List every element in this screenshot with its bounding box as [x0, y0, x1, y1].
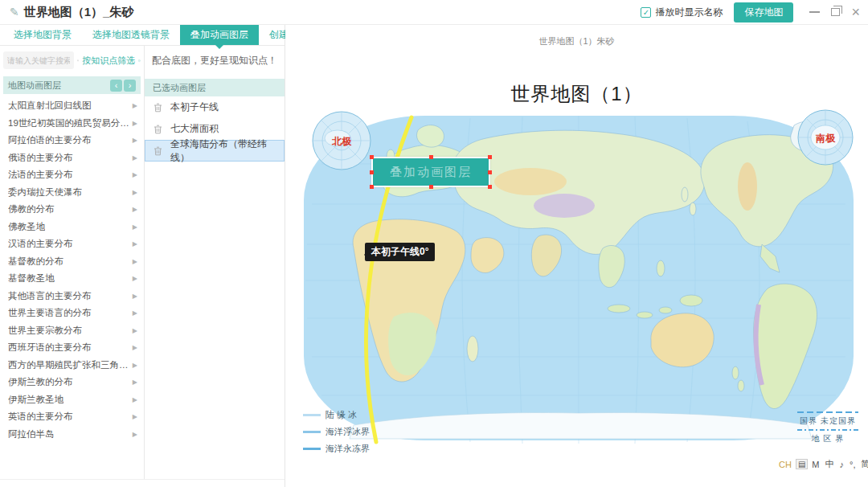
expand-arrow-icon[interactable]: ▶ [129, 309, 137, 317]
library-list-item[interactable]: 委内瑞拉天使瀑布 ▶ [0, 184, 144, 202]
expand-arrow-icon[interactable]: ▶ [129, 362, 137, 369]
show-name-checkbox[interactable]: ✓ 播放时显示名称 [641, 6, 723, 19]
ime-bar-item[interactable]: ▤ [796, 459, 808, 469]
resize-handle[interactable] [370, 170, 374, 174]
library-list-item[interactable]: 俄语的主要分布 ▶ [0, 149, 144, 167]
ime-bar-item[interactable]: CH [777, 460, 793, 469]
library-item-label: 西方的早期殖民扩张和三角贸易 [8, 359, 129, 371]
selected-layer-label: 七大洲面积 [170, 122, 219, 136]
legend-item: 海洋浮冰界 [303, 426, 370, 438]
filter-dropdown-icon[interactable] [138, 55, 141, 67]
library-list-item[interactable]: 西班牙语的主要分布 ▶ [0, 339, 144, 357]
library-list-item[interactable]: 西方的早期殖民扩张和三角贸易 ▶ [0, 357, 144, 374]
close-icon[interactable]: × [851, 6, 860, 18]
library-list-item[interactable]: 阿拉伯语的主要分布 ▶ [0, 132, 144, 149]
resize-handle[interactable] [370, 185, 374, 189]
library-list-item[interactable]: 世界主要宗教分布 ▶ [0, 322, 144, 340]
library-list-item[interactable]: 其他语言的主要分布 ▶ [0, 288, 144, 305]
tab-label: 选择地图透镜背景 [92, 28, 170, 42]
delete-layer-icon[interactable] [154, 125, 162, 134]
library-list-item[interactable]: 伊斯兰教的分布 ▶ [0, 374, 144, 391]
expand-arrow-icon[interactable]: ▶ [129, 379, 137, 386]
animation-layer-overlay-box[interactable]: 叠加动画图层 [371, 157, 490, 187]
library-list-item[interactable]: 太阳直射北回归线图 ▶ [0, 97, 144, 115]
expand-arrow-icon[interactable]: ▶ [129, 171, 137, 178]
ime-bar-item[interactable]: 简 [859, 458, 868, 470]
resize-handle[interactable] [488, 170, 492, 174]
tab[interactable]: 选择地图背景 [3, 25, 82, 45]
tab-label: 选择地图背景 [14, 28, 72, 42]
filter-by-knowledge-link[interactable]: 按知识点筛选 [82, 55, 135, 67]
hint-text: 配合底图，更好呈现知识点！ [145, 54, 285, 70]
boundary-legend-label: 国界 未定国界 [797, 415, 858, 427]
legend-label: 海洋浮冰界 [326, 426, 370, 438]
tab[interactable]: 选择地图透镜背景 [82, 25, 180, 45]
library-list-item[interactable]: 伊斯兰教圣地 ▶ [0, 391, 144, 409]
expand-arrow-icon[interactable]: ▶ [129, 396, 137, 403]
expand-arrow-icon[interactable]: ▶ [129, 102, 137, 109]
tab[interactable]: 叠加动画图层 [180, 25, 259, 45]
library-list-item[interactable]: 佛教圣地 ▶ [0, 219, 144, 236]
preview-header: 世界地图（1）朱砂 [285, 35, 868, 47]
south-pole-label: 南极 [815, 133, 836, 144]
ime-bar-item[interactable]: °, [848, 460, 857, 469]
expand-arrow-icon[interactable]: ▶ [129, 137, 137, 144]
library-list-item[interactable]: 世界主要语言的分布 ▶ [0, 305, 144, 322]
expand-arrow-icon[interactable]: ▶ [129, 344, 137, 351]
selected-layer-item[interactable]: 全球海陆分布（带经纬线） [145, 140, 285, 162]
library-list-item[interactable]: 佛教的分布 ▶ [0, 201, 144, 219]
library-list-item[interactable]: 汉语的主要分布 ▶ [0, 235, 144, 253]
ime-bar-item[interactable]: M [810, 460, 821, 469]
library-item-label: 世界主要宗教分布 [8, 325, 82, 337]
show-name-label: 播放时显示名称 [655, 6, 723, 19]
expand-arrow-icon[interactable]: ▶ [129, 413, 137, 420]
library-item-label: 委内瑞拉天使瀑布 [8, 186, 82, 198]
library-pager: ‹ › [110, 80, 136, 92]
page-next-icon[interactable]: › [124, 80, 136, 92]
resize-handle[interactable] [429, 155, 433, 159]
minimize-icon[interactable] [809, 11, 820, 13]
expand-arrow-icon[interactable]: ▶ [129, 206, 137, 213]
expand-arrow-icon[interactable]: ▶ [129, 189, 137, 196]
prime-meridian-callout: 本初子午线0° [365, 243, 435, 261]
library-list-item[interactable]: 19世纪初英国的殖民贸易分布地区路线 ▶ [0, 115, 144, 133]
selected-layer-item[interactable]: 本初子午线 [145, 96, 285, 118]
legend-line-swatch [303, 448, 321, 450]
selected-layers-list: 本初子午线 七大洲面积 [145, 96, 285, 162]
expand-arrow-icon[interactable]: ▶ [129, 327, 137, 334]
library-list-item[interactable]: 阿拉伯半岛 ▶ [0, 426, 144, 444]
resize-handle[interactable] [488, 155, 492, 159]
save-map-button[interactable]: 保存地图 [734, 2, 793, 23]
window-title: 世界地图（1）_朱砂 [24, 5, 134, 20]
expand-arrow-icon[interactable]: ▶ [129, 154, 137, 162]
delete-layer-icon[interactable] [154, 146, 162, 156]
resize-handle[interactable] [488, 185, 492, 189]
expand-arrow-icon[interactable]: ▶ [129, 275, 137, 282]
resize-handle[interactable] [429, 185, 433, 189]
expand-arrow-icon[interactable]: ▶ [129, 431, 137, 438]
expand-arrow-icon[interactable]: ▶ [129, 240, 137, 248]
north-pole-label: 北极 [331, 136, 352, 147]
resize-handle[interactable] [370, 155, 374, 159]
boundary-dashed-line [797, 411, 858, 413]
map-title: 世界地图（1） [285, 81, 868, 107]
delete-layer-icon[interactable] [154, 103, 162, 113]
expand-arrow-icon[interactable]: ▶ [129, 258, 137, 265]
page-prev-icon[interactable]: ‹ [110, 80, 122, 92]
search-input[interactable] [3, 51, 74, 69]
expand-arrow-icon[interactable]: ▶ [129, 293, 137, 300]
restore-window-icon[interactable] [831, 8, 840, 16]
ime-bar-item[interactable]: ♪ [838, 460, 846, 469]
library-list-item[interactable]: 法语的主要分布 ▶ [0, 166, 144, 184]
titlebar: ✎ 世界地图（1）_朱砂 ✓ 播放时显示名称 保存地图 × [0, 0, 868, 25]
map-legend-right: 国界 未定国界 地 区 界 [797, 409, 858, 444]
ime-bar-item[interactable]: 中 [824, 458, 836, 470]
library-list-item[interactable]: 基督教的分布 ▶ [0, 253, 144, 271]
library-item-label: 佛教圣地 [8, 221, 45, 233]
edit-title-icon[interactable]: ✎ [10, 6, 19, 18]
expand-arrow-icon[interactable]: ▶ [129, 120, 137, 127]
library-list-item[interactable]: 基督教圣地 ▶ [0, 270, 144, 288]
expand-arrow-icon[interactable]: ▶ [129, 223, 137, 231]
library-item-label: 伊斯兰教圣地 [8, 394, 63, 406]
library-list-item[interactable]: 英语的主要分布 ▶ [0, 408, 144, 426]
